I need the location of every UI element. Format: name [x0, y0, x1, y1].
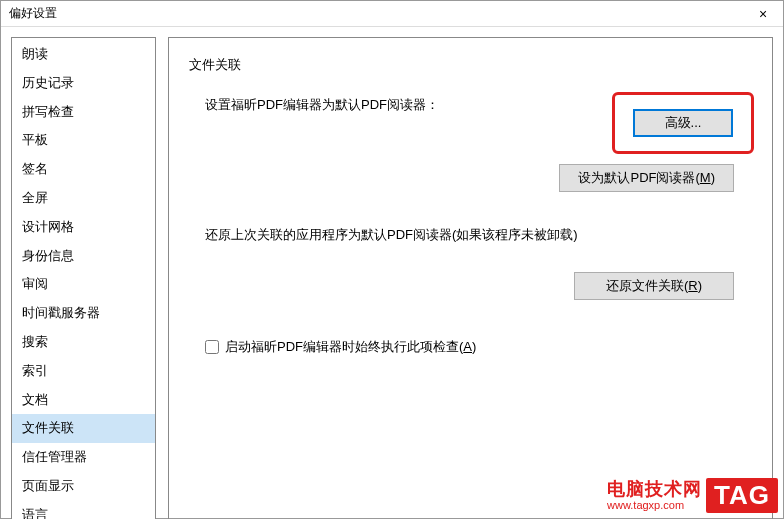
restore-button-row: 还原文件关联(R) [187, 272, 754, 300]
sidebar-item-12[interactable]: 文档 [12, 386, 155, 415]
sidebar-item-9[interactable]: 时间戳服务器 [12, 299, 155, 328]
sidebar-item-0[interactable]: 朗读 [12, 40, 155, 69]
watermark-tag: TAG [706, 478, 778, 513]
startup-check-checkbox[interactable] [205, 340, 219, 354]
sidebar-item-15[interactable]: 页面显示 [12, 472, 155, 501]
set-default-button-row: 设为默认PDF阅读器(M) [187, 164, 754, 192]
watermark: 电脑技术网 www.tagxp.com TAG [607, 478, 778, 513]
advanced-button[interactable]: 高级... [633, 109, 733, 137]
sidebar-item-7[interactable]: 身份信息 [12, 242, 155, 271]
startup-check-row: 启动福昕PDF编辑器时始终执行此项检查(A) [205, 338, 754, 356]
sidebar-item-4[interactable]: 签名 [12, 155, 155, 184]
watermark-title: 电脑技术网 [607, 480, 702, 500]
set-default-row: 设置福昕PDF编辑器为默认PDF阅读器： 高级... [205, 92, 754, 154]
group-label: 文件关联 [189, 56, 754, 74]
window-title: 偏好设置 [9, 5, 57, 22]
startup-check-label[interactable]: 启动福昕PDF编辑器时始终执行此项检查(A) [225, 338, 476, 356]
close-button[interactable]: × [743, 1, 783, 27]
sidebar-item-2[interactable]: 拼写检查 [12, 98, 155, 127]
restore-button[interactable]: 还原文件关联(R) [574, 272, 734, 300]
sidebar-item-16[interactable]: 语言 [12, 501, 155, 519]
highlight-box: 高级... [612, 92, 754, 154]
sidebar: 朗读历史记录拼写检查平板签名全屏设计网格身份信息审阅时间戳服务器搜索索引文档文件… [11, 37, 156, 519]
sidebar-item-1[interactable]: 历史记录 [12, 69, 155, 98]
main-panel: 文件关联 设置福昕PDF编辑器为默认PDF阅读器： 高级... 设为默认PDF阅… [168, 37, 773, 519]
close-icon: × [759, 6, 767, 22]
watermark-url: www.tagxp.com [607, 499, 684, 511]
titlebar: 偏好设置 × [1, 1, 783, 27]
sidebar-item-5[interactable]: 全屏 [12, 184, 155, 213]
set-default-text: 设置福昕PDF编辑器为默认PDF阅读器： [205, 92, 439, 114]
sidebar-item-14[interactable]: 信任管理器 [12, 443, 155, 472]
restore-text: 还原上次关联的应用程序为默认PDF阅读器(如果该程序未被卸载) [205, 226, 754, 244]
sidebar-item-3[interactable]: 平板 [12, 126, 155, 155]
sidebar-item-13[interactable]: 文件关联 [12, 414, 155, 443]
watermark-text: 电脑技术网 www.tagxp.com [607, 480, 702, 512]
content-area: 朗读历史记录拼写检查平板签名全屏设计网格身份信息审阅时间戳服务器搜索索引文档文件… [1, 27, 783, 519]
sidebar-item-10[interactable]: 搜索 [12, 328, 155, 357]
sidebar-item-6[interactable]: 设计网格 [12, 213, 155, 242]
preferences-window: 偏好设置 × 朗读历史记录拼写检查平板签名全屏设计网格身份信息审阅时间戳服务器搜… [0, 0, 784, 519]
sidebar-item-8[interactable]: 审阅 [12, 270, 155, 299]
set-default-button[interactable]: 设为默认PDF阅读器(M) [559, 164, 734, 192]
sidebar-item-11[interactable]: 索引 [12, 357, 155, 386]
